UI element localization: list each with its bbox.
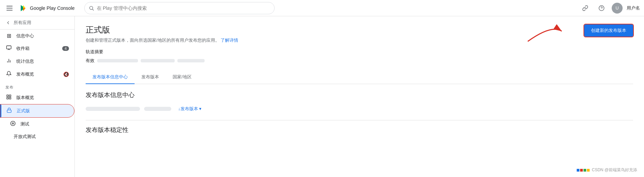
content-area: 正式版 创建和管理正式版本，面向所选国家/地区的所有用户发布您的应用。 了解详情…	[75, 16, 644, 177]
svg-point-17	[11, 121, 15, 125]
divider	[86, 120, 633, 120]
main-layout: 所有应用 ⊞ 信息中心 收件箱 4 统计信息 发布概览 🔇	[0, 16, 644, 177]
help-icon	[598, 5, 605, 11]
sidebar-item-stats[interactable]: 统计信息	[0, 55, 74, 68]
sidebar-item-label: 统计信息	[16, 58, 34, 64]
link-icon	[582, 5, 588, 11]
link-icon-button[interactable]	[579, 2, 591, 14]
svg-rect-16	[7, 110, 11, 112]
track-summary-label: 轨道摘要	[86, 49, 633, 55]
avatar[interactable]: U	[612, 3, 623, 14]
learn-more-link[interactable]: 了解详情	[221, 38, 238, 43]
release-info-center-title: 发布版本信息中心	[86, 91, 633, 99]
version-icon	[5, 94, 12, 101]
stability-title: 发布版本稳定性	[86, 126, 633, 134]
search-icon	[89, 5, 94, 11]
logo-text: Google Play Console	[30, 5, 75, 11]
svg-rect-12	[7, 95, 8, 97]
sidebar-item-label: 收件箱	[16, 45, 30, 52]
sidebar-item-label: 开放式测试	[14, 134, 36, 140]
svg-point-18	[12, 123, 14, 124]
play-logo-icon	[19, 4, 27, 12]
release-overview-badge: 🔇	[63, 72, 69, 77]
search-bar	[84, 2, 275, 14]
create-release-button[interactable]: 创建新的发布版本	[584, 24, 633, 37]
release-info-center-content: 发布版本信息中心 ↓发布版本 ▾ 发布版本稳定性	[86, 91, 633, 134]
sidebar-item-open-test[interactable]: 开放式测试	[0, 131, 74, 143]
info-center-icon: ⊞	[5, 33, 12, 39]
svg-rect-15	[7, 97, 8, 99]
sidebar-item-test[interactable]: 测试	[0, 118, 74, 131]
sidebar-item-inbox[interactable]: 收件箱 4	[0, 42, 74, 55]
page-subtitle: 创建和管理正式版本，面向所选国家/地区的所有用户发布您的应用。 了解详情	[86, 37, 238, 43]
arrow-annotation	[524, 21, 565, 45]
tabs-bar: 发布版本信息中心 发布版本 国家/地区	[86, 71, 633, 84]
watermark-text: CSDN @前端菜鸟好充添	[592, 167, 637, 173]
hamburger	[6, 6, 13, 11]
page-header: 正式版 创建和管理正式版本，面向所选国家/地区的所有用户发布您的应用。 了解详情…	[86, 24, 633, 43]
svg-marker-2	[23, 5, 25, 8]
page-title: 正式版	[86, 24, 238, 35]
tab-countries[interactable]: 国家/地区	[166, 71, 198, 84]
sidebar-item-label: 信息中心	[16, 33, 34, 39]
logo[interactable]: Google Play Console	[19, 4, 75, 12]
sidebar-item-release-overview[interactable]: 发布概览 🔇	[0, 68, 74, 81]
track-bar-1	[97, 59, 138, 62]
svg-rect-14	[9, 97, 11, 99]
track-bar-3	[177, 59, 205, 62]
release-info-row: ↓发布版本 ▾	[86, 104, 633, 113]
watermark-icon	[577, 169, 590, 172]
sidebar: 所有应用 ⊞ 信息中心 收件箱 4 统计信息 发布概览 🔇	[0, 16, 75, 177]
track-summary-row: 有效	[86, 58, 633, 64]
svg-rect-13	[9, 95, 11, 97]
test-icon	[10, 121, 16, 127]
back-arrow-icon	[5, 20, 11, 25]
inbox-icon	[5, 45, 12, 52]
sidebar-item-label: 正式版	[17, 108, 30, 114]
sidebar-item-label: 测试	[20, 121, 29, 127]
sidebar-back-button[interactable]: 所有应用	[0, 16, 74, 29]
track-bar-2	[141, 59, 175, 62]
valid-label: 有效	[86, 58, 94, 64]
topbar-right: U 用户名	[579, 2, 640, 14]
sidebar-item-label: 版本概览	[16, 95, 34, 101]
username[interactable]: 用户名	[627, 5, 640, 11]
help-icon-button[interactable]	[595, 2, 608, 14]
svg-rect-8	[6, 46, 11, 49]
stats-icon	[5, 58, 12, 65]
release-pill-2	[144, 107, 171, 111]
watermark: CSDN @前端菜鸟好充添	[577, 167, 637, 173]
release-overview-icon	[5, 71, 12, 78]
release-pill-1	[86, 107, 140, 111]
inbox-badge: 4	[62, 46, 69, 51]
track-summary-section: 轨道摘要 有效	[86, 49, 633, 64]
sidebar-back-label: 所有应用	[14, 20, 31, 26]
create-button-area: 创建新的发布版本	[584, 24, 633, 37]
svg-point-4	[89, 6, 92, 9]
search-input[interactable]	[97, 5, 270, 11]
menu-icon[interactable]	[4, 3, 15, 14]
tab-release-info-center[interactable]: 发布版本信息中心	[86, 71, 135, 84]
tab-releases[interactable]: 发布版本	[135, 71, 166, 84]
page-header-left: 正式版 创建和管理正式版本，面向所选国家/地区的所有用户发布您的应用。 了解详情	[86, 24, 238, 43]
svg-marker-3	[23, 8, 25, 11]
sidebar-section-release: 发布	[0, 81, 74, 91]
production-icon	[6, 107, 13, 114]
release-dropdown-button[interactable]: ↓发布版本 ▾	[175, 104, 204, 113]
sidebar-item-label: 发布概览	[16, 71, 34, 77]
svg-line-5	[92, 9, 94, 11]
sidebar-item-info-center[interactable]: ⊞ 信息中心	[0, 29, 74, 42]
sidebar-item-production[interactable]: 正式版	[0, 104, 74, 118]
sidebar-item-version-overview[interactable]: 版本概览	[0, 91, 74, 104]
topbar: Google Play Console U 用户名	[0, 0, 644, 16]
